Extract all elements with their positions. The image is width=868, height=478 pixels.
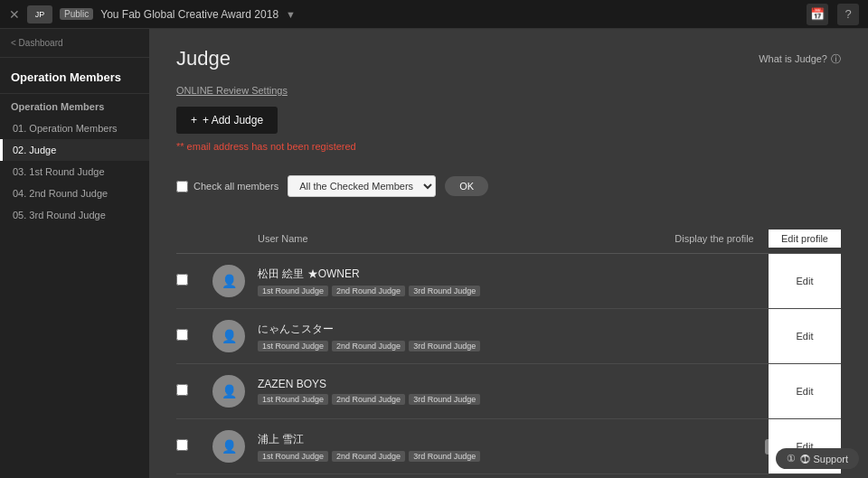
role-tag: 1st Round Judge [258, 286, 328, 296]
plus-icon: + [191, 114, 197, 127]
help-icon[interactable]: ? [837, 4, 859, 25]
member-filter-select[interactable]: All the Checked Members [288, 175, 436, 197]
sidebar-item-3rd-round-judge[interactable]: 05. 3rd Round Judge [0, 204, 149, 226]
role-tag: 3rd Round Judge [409, 341, 480, 351]
check-all-members-label[interactable]: Check all members [176, 181, 278, 192]
sidebar-item-2nd-round-judge[interactable]: 04. 2nd Round Judge [0, 183, 149, 204]
calendar-icon[interactable]: 📅 [807, 4, 828, 25]
user-avatar: 👤 [212, 430, 258, 463]
table-row: 👤 ZAZEN BOYS 1st Round Judge 2nd Round J… [176, 364, 841, 419]
page-title: Judge [176, 47, 231, 70]
edit-col: Edit [769, 309, 841, 363]
app-layout: < Dashboard Operation Members Operation … [0, 29, 868, 478]
row-checkbox-col [176, 439, 212, 454]
support-button[interactable]: ① ⓵ Support [776, 448, 859, 469]
role-tag: 2nd Round Judge [332, 341, 405, 351]
edit-col: Edit [769, 254, 841, 308]
role-tag: 3rd Round Judge [409, 451, 480, 462]
header-edit-col: Edit profile [769, 230, 841, 248]
dropdown-arrow-icon[interactable]: ▼ [286, 9, 296, 20]
role-tag: 2nd Round Judge [332, 286, 405, 296]
header-username-col: User Name [258, 233, 660, 244]
support-icon: ① [787, 453, 796, 464]
sidebar-group-title: Operation Members [0, 93, 149, 117]
role-tag: 3rd Round Judge [409, 286, 480, 296]
topbar: ✕ JP Public You Fab Global Creative Awar… [0, 0, 868, 29]
sidebar-item-operation-members[interactable]: 01. Operation Members [0, 117, 149, 139]
user-info: にゃんこスター 1st Round Judge 2nd Round Judge … [258, 322, 732, 351]
add-judge-button[interactable]: + + Add Judge [176, 107, 278, 134]
info-icon: ⓘ [831, 52, 841, 66]
role-tag: 1st Round Judge [258, 341, 328, 351]
edit-link[interactable]: Edit [769, 386, 841, 397]
role-tag: 2nd Round Judge [332, 451, 405, 462]
user-avatar: 👤 [212, 265, 258, 297]
table-row: 👤 松田 絵里 ★OWNER 1st Round Judge 2nd Round… [176, 254, 841, 309]
role-tag: 1st Round Judge [258, 394, 328, 405]
page-header: Judge What is Judge? ⓘ [176, 47, 841, 70]
sidebar-section-title: Operation Members [0, 58, 149, 93]
email-error-text: ** email address has not been registered [176, 141, 841, 152]
role-tags: 1st Round Judge 2nd Round Judge 3rd Roun… [258, 451, 732, 462]
online-review-settings-link[interactable]: ONLINE Review Settings [176, 85, 841, 96]
row-checkbox[interactable] [176, 384, 188, 396]
user-avatar: 👤 [212, 320, 258, 352]
user-name: ZAZEN BOYS [258, 378, 732, 390]
table-header: User Name Display the profile Edit profi… [176, 224, 841, 254]
header-display-col: Display the profile [660, 233, 769, 244]
user-info: 松田 絵里 ★OWNER 1st Round Judge 2nd Round J… [258, 267, 732, 296]
row-checkbox-col [176, 274, 212, 288]
filter-bar: Check all members All the Checked Member… [176, 166, 841, 206]
user-avatar: 👤 [212, 375, 258, 408]
close-icon[interactable]: ✕ [9, 7, 20, 22]
user-name: にゃんこスター [258, 322, 732, 337]
role-tags: 1st Round Judge 2nd Round Judge 3rd Roun… [258, 286, 732, 296]
row-checkbox-col [176, 329, 212, 343]
row-checkbox[interactable] [176, 274, 188, 286]
edit-col: Edit [769, 364, 841, 418]
user-info: ZAZEN BOYS 1st Round Judge 2nd Round Jud… [258, 378, 732, 405]
ok-button[interactable]: OK [445, 176, 488, 196]
sidebar-item-judge[interactable]: 02. Judge [0, 139, 149, 161]
sidebar: < Dashboard Operation Members Operation … [0, 29, 149, 478]
what-is-judge-link[interactable]: What is Judge? ⓘ [759, 52, 841, 66]
row-checkbox-col [176, 384, 212, 398]
user-info: 浦上 雪江 1st Round Judge 2nd Round Judge 3r… [258, 432, 732, 462]
role-tags: 1st Round Judge 2nd Round Judge 3rd Roun… [258, 394, 732, 405]
public-badge: Public [60, 8, 93, 20]
edit-link[interactable]: Edit [769, 331, 841, 342]
sidebar-item-1st-round-judge[interactable]: 03. 1st Round Judge [0, 161, 149, 183]
role-tag: 2nd Round Judge [332, 394, 405, 405]
row-checkbox[interactable] [176, 439, 188, 451]
breadcrumb[interactable]: < Dashboard [0, 29, 149, 58]
user-name: 松田 絵里 ★OWNER [258, 267, 732, 282]
main-content: Judge What is Judge? ⓘ ONLINE Review Set… [149, 29, 868, 478]
role-tags: 1st Round Judge 2nd Round Judge 3rd Roun… [258, 341, 732, 351]
topbar-title: You Fab Global Creative Award 2018 [100, 8, 278, 21]
role-tag: 1st Round Judge [258, 451, 328, 462]
table-row: 👤 にゃんこスター 1st Round Judge 2nd Round Judg… [176, 309, 841, 364]
user-name: 浦上 雪江 [258, 432, 732, 447]
edit-link[interactable]: Edit [769, 276, 841, 286]
role-tag: 3rd Round Judge [409, 394, 480, 405]
table-row: 👤 浦上 雪江 1st Round Judge 2nd Round Judge … [176, 419, 841, 474]
logo: JP [27, 5, 52, 23]
row-checkbox[interactable] [176, 329, 188, 341]
topbar-actions: 📅 ? [807, 4, 859, 25]
check-all-checkbox[interactable] [176, 181, 188, 192]
members-table: User Name Display the profile Edit profi… [176, 224, 841, 474]
